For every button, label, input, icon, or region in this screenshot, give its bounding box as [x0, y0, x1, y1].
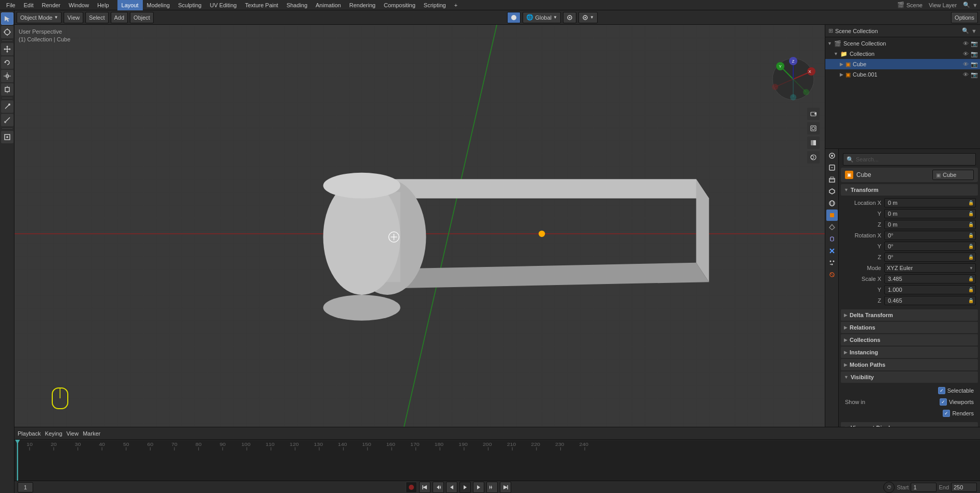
lock-icon-y[interactable]: 🔒 — [968, 211, 974, 216]
skip-end-btn[interactable] — [500, 482, 511, 493]
rotation-x-field[interactable]: 0° 🔒 — [884, 231, 976, 240]
collection-render-icon[interactable]: 📷 — [971, 51, 978, 57]
outliner-filter-icon[interactable]: 🔍 — [962, 27, 969, 34]
cube001-vis-icon[interactable]: 👁 — [963, 71, 969, 78]
options-btn[interactable]: Options — [951, 12, 978, 23]
viewport-gizmo[interactable]: X Y Z — [770, 56, 816, 102]
collections-header[interactable]: ▶ Collections — [841, 334, 978, 346]
props-tab-modifier[interactable] — [826, 245, 838, 257]
lock-scale-y-icon[interactable]: 🔒 — [968, 287, 974, 292]
viewports-checkbox-label[interactable]: ✓ Viewports — [940, 398, 974, 406]
select-menu[interactable]: Select — [85, 12, 109, 23]
props-tab-scene[interactable] — [826, 186, 838, 197]
scale-tool[interactable] — [1, 70, 13, 82]
tab-sculpting[interactable]: Sculpting — [174, 0, 205, 10]
tab-shading[interactable]: Shading — [283, 0, 311, 10]
tab-rendering[interactable]: Rendering — [345, 0, 380, 10]
rotation-y-field[interactable]: 0° 🔒 — [884, 242, 976, 251]
lock-rot-y-icon[interactable]: 🔒 — [968, 244, 974, 249]
scale-z-field[interactable]: 0.465 🔒 — [884, 296, 976, 305]
view-menu[interactable]: View — [64, 12, 83, 23]
play-btn[interactable] — [459, 482, 471, 493]
outliner-options-icon[interactable]: ▼ — [971, 28, 977, 34]
props-tab-constraints[interactable] — [826, 233, 838, 245]
add-menu[interactable]: Add — [111, 12, 128, 23]
lock-rot-x-icon[interactable]: 🔒 — [968, 233, 974, 238]
tab-add[interactable]: + — [450, 0, 462, 10]
object-menu[interactable]: Object — [130, 12, 154, 23]
lock-icon[interactable]: 🔒 — [968, 200, 974, 205]
viewport-shading-solid[interactable] — [507, 12, 521, 23]
snap-toggle[interactable] — [563, 12, 576, 23]
tab-layout[interactable]: Layout — [117, 0, 143, 10]
camera-icon-btn[interactable] — [807, 108, 820, 120]
relations-header[interactable]: ▶ Relations — [841, 322, 978, 333]
tab-compositing[interactable]: Compositing — [380, 0, 420, 10]
location-x-field[interactable]: 0 m 🔒 — [884, 198, 976, 207]
renders-checkbox-label[interactable]: ✓ Renders — [943, 410, 974, 417]
next-frame-btn[interactable] — [473, 482, 484, 493]
transform-tool[interactable] — [1, 83, 13, 96]
rotate-tool[interactable] — [1, 56, 13, 69]
visibility-header[interactable]: ▼ Visibility — [841, 371, 978, 383]
overlay-icon-btn[interactable] — [807, 151, 820, 163]
prev-frame-btn[interactable] — [446, 482, 457, 493]
annotate-tool[interactable] — [1, 100, 13, 113]
collection-vis-icon[interactable]: 👁 — [963, 51, 969, 57]
lock-rot-z-icon[interactable]: 🔒 — [968, 255, 974, 260]
selectable-checkbox-label[interactable]: ✓ Selectable — [938, 387, 974, 394]
props-tab-world[interactable] — [826, 198, 838, 209]
outliner-item-scene-collection[interactable]: ▼ 🎬 Scene Collection 👁 📷 — [825, 38, 980, 49]
search-btn[interactable]: 🔍 — [963, 2, 970, 8]
menu-file[interactable]: File — [2, 0, 20, 10]
menu-help[interactable]: Help — [93, 0, 113, 10]
cursor-tool[interactable] — [1, 26, 13, 38]
display-mode-btn[interactable] — [807, 137, 820, 149]
move-tool[interactable] — [1, 43, 13, 55]
start-frame-field[interactable]: 1 — [911, 483, 937, 492]
props-tab-view-layer[interactable] — [826, 174, 838, 185]
add-cube-tool[interactable] — [1, 131, 13, 143]
next-keyframe-btn[interactable] — [486, 482, 498, 493]
scale-x-field[interactable]: 3.485 🔒 — [884, 274, 976, 283]
visibility-icon[interactable]: 👁 — [963, 40, 969, 47]
render-icon-btn[interactable] — [807, 122, 820, 135]
measure-tool[interactable] — [1, 114, 13, 126]
props-tab-render[interactable] — [826, 150, 838, 161]
end-frame-field[interactable]: 250 — [951, 483, 977, 492]
fps-icon[interactable]: ⏱ — [883, 482, 895, 493]
delta-transform-header[interactable]: ▶ Delta Transform — [841, 309, 978, 321]
playback-btn[interactable]: Playback — [18, 430, 41, 437]
lock-scale-x-icon[interactable]: 🔒 — [968, 276, 974, 281]
tab-scripting[interactable]: Scripting — [420, 0, 450, 10]
outliner-item-cube001[interactable]: ▶ ▣ Cube.001 👁 📷 — [825, 69, 980, 80]
props-search-bar[interactable]: 🔍 Search... — [843, 153, 976, 166]
cube-vis-icon[interactable]: 👁 — [963, 61, 969, 67]
menu-window[interactable]: Window — [65, 0, 93, 10]
selectable-checkbox[interactable]: ✓ — [938, 387, 945, 394]
object-mode-dropdown[interactable]: Object Mode ▼ — [17, 12, 62, 23]
props-tab-output[interactable] — [826, 162, 838, 173]
proportional-edit[interactable]: ▼ — [578, 12, 598, 23]
props-tab-physics[interactable] — [826, 269, 838, 280]
scale-y-field[interactable]: 1.000 🔒 — [884, 285, 976, 294]
menu-edit[interactable]: Edit — [20, 0, 38, 10]
viewport-3d[interactable]: User Perspective (1) Collection | Cube X — [14, 25, 825, 427]
menu-render[interactable]: Render — [38, 0, 65, 10]
tab-animation[interactable]: Animation — [311, 0, 345, 10]
renders-checkbox[interactable]: ✓ — [943, 410, 950, 417]
location-z-field[interactable]: 0 m 🔒 — [884, 220, 976, 229]
props-tab-particles[interactable] — [826, 257, 838, 268]
cube001-render-icon[interactable]: 📷 — [971, 71, 978, 78]
outliner-item-collection[interactable]: ▼ 📁 Collection 👁 📷 — [825, 49, 980, 59]
marker-btn[interactable]: Marker — [83, 430, 100, 437]
viewports-checkbox[interactable]: ✓ — [940, 398, 947, 406]
lock-icon-z[interactable]: 🔒 — [968, 222, 974, 227]
prev-keyframe-btn[interactable] — [433, 482, 444, 493]
tab-modeling[interactable]: Modeling — [143, 0, 174, 10]
cube-render-icon[interactable]: 📷 — [971, 61, 978, 68]
select-tool[interactable] — [1, 12, 13, 25]
global-transform-dropdown[interactable]: 🌐 Global ▼ — [523, 12, 561, 23]
viewport-display-header[interactable]: ▼ Viewport Display — [841, 422, 978, 427]
top-filter-icon[interactable]: ▼ — [972, 2, 978, 8]
